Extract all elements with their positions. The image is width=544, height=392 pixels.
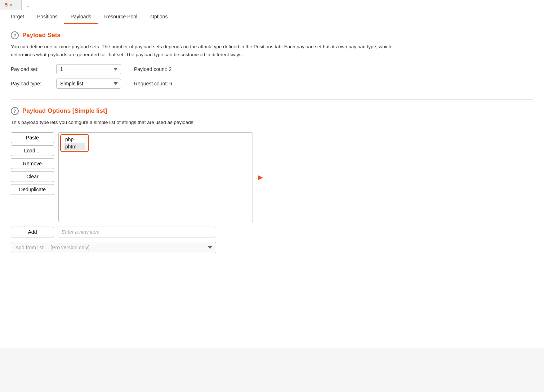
payload-options-section: ? Payload Options [Simple list] This pay… — [11, 107, 533, 253]
tab-positions[interactable]: Positions — [31, 10, 64, 24]
tab-payloads[interactable]: Payloads — [64, 10, 98, 24]
payload-set-select[interactable]: 1 2 3 — [56, 64, 121, 74]
payload-sets-section: ? Payload Sets You can define one or mor… — [11, 31, 533, 89]
payload-type-label: Payload type: — [11, 81, 50, 86]
remove-button[interactable]: Remove — [11, 158, 54, 169]
list-item[interactable]: php — [64, 136, 85, 143]
request-count-label: Request count: 6 — [134, 81, 172, 86]
payload-options-title: Payload Options [Simple list] — [22, 107, 107, 115]
tab-number: 5 — [5, 2, 8, 8]
add-button[interactable]: Add — [11, 227, 54, 237]
payload-listbox-wrapper: php phtml ▶ — [58, 132, 253, 222]
add-row: Add — [11, 227, 533, 237]
main-content: ? Payload Sets You can define one or mor… — [0, 24, 544, 348]
load-button[interactable]: Load ... — [11, 145, 54, 156]
add-from-list-select[interactable]: Add from list ... [Pro version only] — [11, 242, 216, 253]
tab-bar-top: 5 × ... — [0, 0, 544, 10]
payload-options-body: Paste Load ... Remove Clear Deduplicate … — [11, 132, 533, 253]
payload-options-help-icon[interactable]: ? — [11, 107, 19, 115]
payload-sets-help-icon[interactable]: ? — [11, 31, 19, 39]
section-divider — [11, 99, 533, 100]
payload-options-desc: This payload type lets you configure a s… — [11, 119, 407, 126]
list-area: Paste Load ... Remove Clear Deduplicate … — [11, 132, 533, 222]
list-action-buttons: Paste Load ... Remove Clear Deduplicate — [11, 132, 54, 195]
ellipsis-tab[interactable]: ... — [22, 0, 36, 10]
list-item[interactable]: phtml — [64, 143, 85, 150]
tab-resource-pool[interactable]: Resource Pool — [98, 10, 144, 24]
arrow-right-icon: ▶ — [258, 173, 263, 181]
tab-target[interactable]: Target — [4, 10, 31, 24]
payload-sets-desc: You can define one or more payload sets.… — [11, 43, 407, 58]
payload-count-label: Payload count: 2 — [134, 66, 171, 72]
payload-listbox[interactable]: php phtml — [58, 132, 253, 222]
payload-sets-header: ? Payload Sets — [11, 31, 533, 39]
new-item-input[interactable] — [58, 227, 216, 237]
numbered-tab[interactable]: 5 × — [0, 0, 22, 10]
payload-type-row: Payload type: Simple list Runtime file C… — [11, 79, 533, 89]
close-icon[interactable]: × — [10, 2, 13, 8]
paste-button[interactable]: Paste — [11, 132, 54, 143]
clear-button[interactable]: Clear — [11, 171, 54, 182]
payload-type-select[interactable]: Simple list Runtime file Custom iterator… — [56, 79, 121, 89]
payload-sets-title: Payload Sets — [22, 32, 61, 39]
add-from-list-row: Add from list ... [Pro version only] — [11, 242, 533, 253]
payload-options-header: ? Payload Options [Simple list] — [11, 107, 533, 115]
payload-set-row: Payload set: 1 2 3 Payload count: 2 — [11, 64, 533, 74]
deduplicate-button[interactable]: Deduplicate — [11, 184, 54, 195]
tab-options[interactable]: Options — [144, 10, 174, 24]
nav-tabs: Target Positions Payloads Resource Pool … — [0, 10, 544, 24]
payload-set-label: Payload set: — [11, 66, 50, 72]
